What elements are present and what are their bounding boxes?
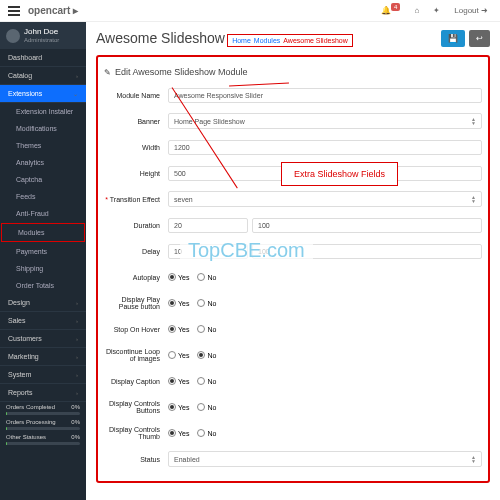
radio-ctrlbtn-yes[interactable]: Yes	[168, 403, 189, 411]
nav-label: Catalog	[8, 72, 32, 79]
nav-label: Reports	[8, 389, 33, 396]
stat-processing: Orders Processing 0%	[0, 417, 86, 432]
notif-badge: 4	[391, 3, 400, 11]
radio-stophover-no[interactable]: No	[197, 325, 216, 333]
row-banner: Banner Home Page Slideshow▲▼	[104, 111, 482, 131]
label-caption: Display Caption	[104, 378, 168, 385]
support-icon[interactable]: ✦	[429, 4, 444, 17]
crumb-home[interactable]: Home	[232, 37, 251, 44]
nav-sub-captcha[interactable]: Captcha	[0, 171, 86, 188]
select-status[interactable]: Enabled▲▼	[168, 451, 482, 467]
topbar: opencart ▸ 🔔4 ⌂ ✦ Logout ➜	[0, 0, 500, 22]
label-banner: Banner	[104, 118, 168, 125]
label-module-name: Module Name	[104, 92, 168, 99]
label-stophover: Stop On Hover	[104, 326, 168, 333]
label-ctrlbtn: Display Controls Buttons	[104, 400, 168, 414]
nav-sub-antifraud[interactable]: Anti-Fraud	[0, 205, 86, 222]
radio-ctrlthumb-no[interactable]: No	[197, 429, 216, 437]
row-module-name: Module Name Awesome Responsive Slider	[104, 85, 482, 105]
nav-sub-payments[interactable]: Payments	[0, 243, 86, 260]
select-transition[interactable]: seven▲▼	[168, 191, 482, 207]
nav-dashboard[interactable]: Dashboard	[0, 49, 86, 67]
label-delay: Delay	[104, 248, 168, 255]
radio-caption-yes[interactable]: Yes	[168, 377, 189, 385]
radio-icon	[197, 377, 205, 385]
stat-completed: Orders Completed 0%	[0, 402, 86, 417]
radio-autoplay-no[interactable]: No	[197, 273, 216, 281]
content: Awesome Slideshow Home Modules Awesome S…	[86, 22, 500, 500]
header-buttons: 💾 ↩	[441, 30, 490, 47]
radio-icon	[197, 351, 205, 359]
radio-icon	[197, 273, 205, 281]
logout-label: Logout	[454, 6, 478, 15]
nav-sub-modules[interactable]: Modules	[1, 223, 85, 242]
stat-label: Orders Processing	[6, 419, 56, 425]
radio-ctrlbtn-no[interactable]: No	[197, 403, 216, 411]
profile: John Doe Administrator	[0, 22, 86, 49]
row-discont: Discontinue Loop of images YesNo	[104, 345, 482, 365]
row-stophover: Stop On Hover YesNo	[104, 319, 482, 339]
nav-sub-modifications[interactable]: Modifications	[0, 120, 86, 137]
nav-system[interactable]: System›	[0, 366, 86, 384]
crumb-current: Awesome Slideshow	[283, 37, 347, 44]
main: John Doe Administrator Dashboard Catalog…	[0, 22, 500, 500]
nav-label: Customers	[8, 335, 42, 342]
nav-sales[interactable]: Sales›	[0, 312, 86, 330]
nav-reports[interactable]: Reports›	[0, 384, 86, 402]
input-duration-1[interactable]: 20	[168, 218, 248, 233]
menu-toggle-icon[interactable]	[8, 6, 20, 16]
input-delay-1[interactable]: 10	[168, 244, 248, 259]
select-value: Home Page Slideshow	[174, 118, 245, 125]
page-header: Awesome Slideshow Home Modules Awesome S…	[96, 30, 490, 47]
radio-ctrlthumb-yes[interactable]: Yes	[168, 429, 189, 437]
nav-sub-feeds[interactable]: Feeds	[0, 188, 86, 205]
home-icon[interactable]: ⌂	[410, 4, 423, 17]
nav-sub-analytics[interactable]: Analytics	[0, 154, 86, 171]
header-left: Awesome Slideshow Home Modules Awesome S…	[96, 30, 353, 47]
nav-design[interactable]: Design›	[0, 294, 86, 312]
logo[interactable]: opencart ▸	[28, 5, 78, 16]
radio-playpause-no[interactable]: No	[197, 299, 216, 307]
topbar-left: opencart ▸	[8, 5, 78, 16]
radio-icon	[197, 403, 205, 411]
nav-sub-installer[interactable]: Extension Installer	[0, 103, 86, 120]
nav-sub-shipping[interactable]: Shipping	[0, 260, 86, 277]
label-autoplay: Autoplay	[104, 274, 168, 281]
input-delay-2[interactable]: 100	[252, 244, 482, 259]
radio-icon	[197, 299, 205, 307]
nav-marketing[interactable]: Marketing›	[0, 348, 86, 366]
radio-discont-yes[interactable]: Yes	[168, 351, 189, 359]
nav-extensions[interactable]: Extensions⌄	[0, 85, 86, 103]
chevron-right-icon: ›	[76, 390, 78, 396]
notification-icon[interactable]: 🔔4	[377, 4, 404, 17]
crumb-modules[interactable]: Modules	[254, 37, 280, 44]
radio-icon	[168, 273, 176, 281]
nav-catalog[interactable]: Catalog›	[0, 67, 86, 85]
radio-playpause-yes[interactable]: Yes	[168, 299, 189, 307]
select-banner[interactable]: Home Page Slideshow▲▼	[168, 113, 482, 129]
label-discont: Discontinue Loop of images	[104, 348, 168, 362]
input-duration-2[interactable]: 100	[252, 218, 482, 233]
select-value: Enabled	[174, 456, 200, 463]
radio-caption-no[interactable]: No	[197, 377, 216, 385]
save-button[interactable]: 💾	[441, 30, 465, 47]
radio-autoplay-yes[interactable]: Yes	[168, 273, 189, 281]
select-arrows-icon: ▲▼	[471, 455, 476, 463]
nav-label: System	[8, 371, 31, 378]
label-width: Width	[104, 144, 168, 151]
row-ctrlthumb: Display Controls Thumb YesNo	[104, 423, 482, 443]
row-delay: Delay 10100	[104, 241, 482, 261]
radio-icon	[168, 403, 176, 411]
input-module-name[interactable]: Awesome Responsive Slider	[168, 88, 482, 103]
radio-stophover-yes[interactable]: Yes	[168, 325, 189, 333]
nav-sub-ordertotals[interactable]: Order Totals	[0, 277, 86, 294]
stat-label: Other Statuses	[6, 434, 46, 440]
nav-sub-themes[interactable]: Themes	[0, 137, 86, 154]
logo-suffix: ▸	[73, 5, 78, 16]
radio-discont-no[interactable]: No	[197, 351, 216, 359]
select-value: seven	[174, 196, 193, 203]
back-button[interactable]: ↩	[469, 30, 490, 47]
nav-customers[interactable]: Customers›	[0, 330, 86, 348]
logout-link[interactable]: Logout ➜	[450, 4, 492, 17]
select-arrows-icon: ▲▼	[471, 117, 476, 125]
